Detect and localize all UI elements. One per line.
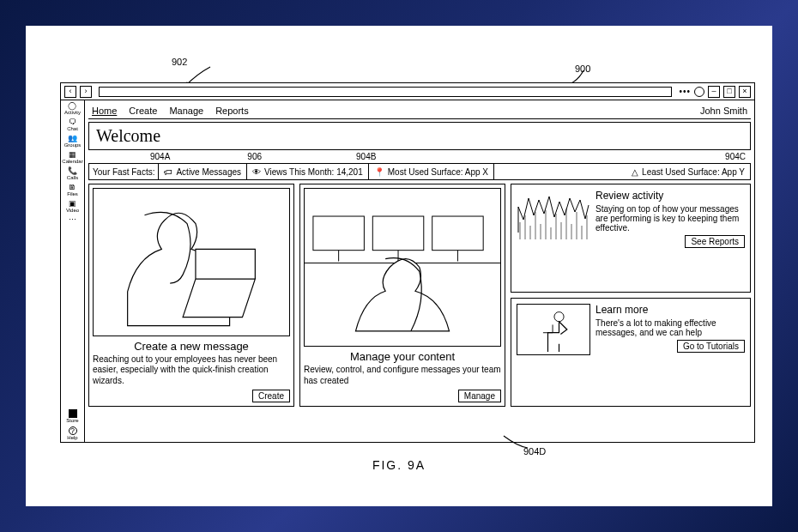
rail-label: Calls bbox=[67, 175, 78, 180]
svg-rect-2 bbox=[432, 216, 483, 251]
leader-line-icon bbox=[502, 434, 536, 451]
close-button[interactable]: × bbox=[739, 86, 751, 98]
activity-chart-icon bbox=[517, 190, 590, 241]
store-icon bbox=[69, 409, 77, 418]
card-review: Review activity Staying on top of how yo… bbox=[511, 184, 751, 293]
rail-label: Files bbox=[67, 191, 78, 196]
more-icon: ⋯ bbox=[69, 216, 76, 224]
card-desc: Review, control, and configure messages … bbox=[304, 365, 501, 386]
card-title: Create a new message bbox=[93, 340, 290, 353]
manage-button[interactable]: Manage bbox=[458, 390, 501, 402]
card-learn: Learn more There's a lot to making effec… bbox=[511, 298, 751, 407]
callout-904c: 904C bbox=[725, 152, 746, 161]
video-icon: ▣ bbox=[69, 200, 76, 208]
pin-icon: 📍 bbox=[374, 167, 384, 177]
card-title: Manage your content bbox=[304, 350, 501, 363]
minimize-button[interactable]: – bbox=[708, 86, 720, 98]
fact-views: 👁Views This Month: 14,201 bbox=[247, 164, 369, 179]
callout-906: 906 bbox=[247, 152, 262, 161]
eye-icon: 👁 bbox=[252, 167, 261, 177]
fact-active: 🏷Active Messages bbox=[159, 164, 247, 179]
mini-desc: There's a lot to making effective messag… bbox=[595, 318, 745, 337]
figure-label: FIG. 9A bbox=[34, 458, 764, 472]
maximize-button[interactable]: □ bbox=[723, 86, 735, 98]
welcome-panel: Welcome bbox=[88, 122, 751, 150]
fact-most-used: 📍Most Used Surface: App X bbox=[369, 164, 494, 179]
address-bar[interactable] bbox=[99, 87, 672, 97]
tag-icon: 🏷 bbox=[164, 167, 172, 177]
card-desc: Reaching out to your employees has never… bbox=[93, 354, 290, 387]
rail-files[interactable]: 🗎Files bbox=[67, 184, 78, 196]
patent-page: 902 900 ‹ › ••• – □ × ◯Activity 🗨Cha bbox=[26, 26, 772, 506]
rail-more[interactable]: ⋯ bbox=[69, 216, 76, 224]
titlebar: ‹ › ••• – □ × bbox=[61, 83, 754, 100]
rail-calls[interactable]: 📞Calls bbox=[67, 167, 78, 180]
tutorials-button[interactable]: Go to Tutorials bbox=[677, 340, 745, 353]
activity-icon: ◯ bbox=[68, 102, 76, 110]
rail-store[interactable]: Store bbox=[66, 409, 78, 423]
person-seated-icon bbox=[519, 305, 588, 354]
calls-icon: 📞 bbox=[68, 167, 77, 175]
warning-icon: △ bbox=[632, 167, 638, 177]
groups-icon: 👥 bbox=[68, 135, 77, 142]
fact-text: Most Used Surface: App X bbox=[388, 167, 488, 177]
rail-label: Chat bbox=[67, 126, 78, 131]
card-manage: Manage your content Review, control, and… bbox=[299, 184, 505, 407]
create-button[interactable]: Create bbox=[252, 390, 290, 402]
manage-illustration bbox=[304, 188, 501, 347]
cards-side-column: Review activity Staying on top of how yo… bbox=[511, 184, 751, 407]
forward-button[interactable]: › bbox=[80, 86, 92, 98]
menu-home[interactable]: Home bbox=[92, 106, 117, 116]
rail-chat[interactable]: 🗨Chat bbox=[67, 118, 78, 131]
callout-904b: 904B bbox=[356, 152, 376, 161]
cards-row: Create a new message Reaching out to you… bbox=[88, 184, 751, 407]
fact-text: Least Used Surface: App Y bbox=[642, 167, 745, 177]
menu-manage[interactable]: Manage bbox=[169, 106, 203, 116]
back-button[interactable]: ‹ bbox=[64, 86, 76, 98]
callout-904a: 904A bbox=[150, 152, 170, 161]
inline-callouts: 904A 906 904B 904C bbox=[90, 152, 749, 161]
svg-rect-1 bbox=[372, 216, 423, 251]
left-rail: ◯Activity 🗨Chat 👥Groups ▦Calendar 📞Calls… bbox=[61, 100, 85, 442]
fact-least-used: △Least Used Surface: App Y bbox=[626, 164, 750, 179]
profile-icon[interactable] bbox=[694, 87, 704, 97]
files-icon: 🗎 bbox=[69, 184, 76, 191]
learn-illustration bbox=[517, 304, 590, 355]
menu-reports[interactable]: Reports bbox=[215, 106, 249, 116]
woman-monitors-icon bbox=[305, 189, 500, 346]
svg-rect-0 bbox=[313, 216, 364, 251]
mini-title: Learn more bbox=[595, 304, 745, 316]
woman-laptop-icon bbox=[94, 189, 289, 336]
fact-text: Views This Month: 14,201 bbox=[264, 167, 363, 177]
create-illustration bbox=[93, 188, 290, 336]
menu-create[interactable]: Create bbox=[129, 106, 157, 116]
see-reports-button[interactable]: See Reports bbox=[685, 235, 745, 248]
app-window: ‹ › ••• – □ × ◯Activity 🗨Chat 👥Groups ▦C… bbox=[60, 82, 755, 443]
rail-activity[interactable]: ◯Activity bbox=[64, 102, 81, 115]
calendar-icon: ▦ bbox=[69, 151, 76, 159]
fast-facts-bar: Your Fast Facts: 🏷Active Messages 👁Views… bbox=[88, 163, 751, 180]
rail-calendar[interactable]: ▦Calendar bbox=[62, 151, 82, 164]
rail-video[interactable]: ▣Video bbox=[66, 200, 79, 213]
main-area: Home Create Manage Reports John Smith We… bbox=[85, 100, 754, 442]
rail-label: Help bbox=[67, 435, 77, 440]
menubar: Home Create Manage Reports John Smith bbox=[88, 102, 751, 119]
fact-text: Active Messages bbox=[176, 167, 241, 177]
user-name[interactable]: John Smith bbox=[700, 106, 747, 116]
rail-help[interactable]: ?Help bbox=[67, 426, 77, 440]
rail-label: Store bbox=[66, 418, 78, 423]
rail-label: Activity bbox=[64, 110, 81, 115]
help-icon: ? bbox=[69, 426, 77, 435]
card-create: Create a new message Reaching out to you… bbox=[88, 184, 294, 407]
rail-label: Calendar bbox=[62, 159, 82, 164]
mini-desc: Staying on top of how your messages are … bbox=[595, 204, 745, 233]
mini-title: Review activity bbox=[595, 190, 745, 202]
svg-point-21 bbox=[554, 312, 564, 322]
rail-label: Video bbox=[66, 208, 79, 213]
more-icon[interactable]: ••• bbox=[679, 87, 691, 96]
rail-groups[interactable]: 👥Groups bbox=[64, 135, 82, 148]
rail-label: Groups bbox=[64, 142, 82, 148]
facts-label: Your Fast Facts: bbox=[89, 164, 159, 179]
chat-icon: 🗨 bbox=[69, 118, 76, 126]
page-title: Welcome bbox=[96, 126, 743, 146]
